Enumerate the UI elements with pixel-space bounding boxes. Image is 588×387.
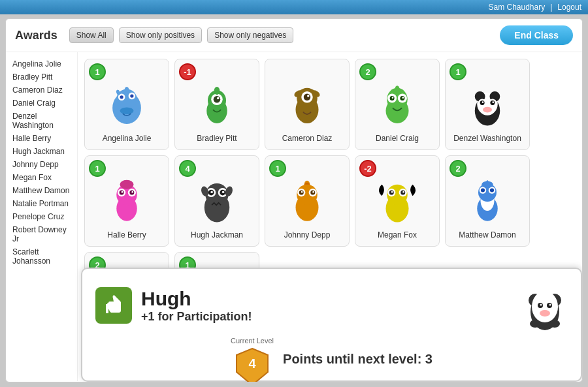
svg-point-29: [402, 97, 404, 99]
svg-point-115: [540, 304, 542, 306]
monster-avatar: [101, 176, 153, 228]
svg-point-118: [530, 320, 540, 328]
student-name: Hugh Jackman: [191, 230, 243, 241]
awards-title: Awards: [15, 29, 57, 42]
svg-point-67: [301, 191, 303, 193]
sidebar-item[interactable]: Scarlett Johansson: [12, 245, 71, 268]
notification-action: +1 for Participation!: [141, 310, 513, 324]
monster-avatar: [101, 79, 153, 131]
main-panel: Awards Show All Show only positives Show…: [5, 18, 583, 382]
svg-point-19: [307, 95, 310, 98]
student-card[interactable]: -1 Bradley Pitt: [174, 59, 259, 150]
svg-point-117: [540, 310, 550, 317]
filter-all-button[interactable]: Show All: [69, 27, 114, 43]
svg-point-110: [532, 291, 558, 322]
score-badge: 2: [359, 63, 376, 80]
score-badge: -2: [359, 160, 376, 177]
student-card[interactable]: -2 Megan Fox: [355, 155, 440, 247]
svg-point-41: [483, 107, 492, 113]
student-name: Cameron Diaz: [282, 134, 333, 144]
svg-point-48: [122, 191, 123, 193]
sidebar-item[interactable]: Johnny Depp: [12, 158, 71, 171]
separator: |: [550, 3, 552, 12]
svg-point-4: [120, 96, 123, 99]
svg-point-14: [214, 87, 220, 95]
student-card[interactable]: 1 Johnny Depp: [265, 155, 350, 247]
toolbar: Awards Show All Show only positives Show…: [6, 19, 582, 52]
notification-level-area: Current Level 4 Points until next level:…: [231, 337, 433, 381]
score-badge: 2: [449, 160, 466, 177]
student-name: Daniel Craig: [376, 134, 419, 144]
sidebar-item[interactable]: Megan Fox: [12, 171, 71, 184]
student-card[interactable]: 1 Denzel Washington: [445, 59, 530, 150]
student-card[interactable]: 2 Daniel Craig: [355, 59, 440, 150]
monster-avatar: [461, 176, 514, 228]
sidebar-item[interactable]: Natalie Portman: [12, 197, 71, 210]
end-class-button[interactable]: End Class: [500, 25, 573, 45]
score-badge: 1: [89, 160, 106, 177]
svg-point-40: [492, 102, 494, 104]
svg-point-76: [391, 191, 393, 193]
svg-point-58: [222, 191, 225, 194]
svg-point-13: [217, 97, 220, 100]
sidebar-item[interactable]: Penelope Cruz: [12, 210, 71, 223]
logout-link[interactable]: Logout: [557, 3, 581, 12]
svg-point-12: [214, 96, 221, 103]
monster-avatar: [281, 176, 333, 228]
score-badge: -1: [179, 63, 196, 80]
svg-point-77: [402, 191, 404, 193]
sidebar-item[interactable]: Cameron Diaz: [12, 84, 71, 97]
notification-student-name: Hugh: [141, 288, 513, 310]
svg-point-28: [392, 97, 394, 99]
svg-point-18: [304, 94, 311, 101]
score-badge: 1: [449, 63, 466, 80]
current-level-label: Current Level: [231, 337, 274, 345]
svg-point-7: [125, 87, 129, 94]
svg-point-119: [549, 320, 560, 328]
monster-avatar: [461, 79, 514, 131]
username: Sam Chaudhary: [488, 3, 545, 12]
student-card[interactable]: 2 Matthew Damon: [445, 155, 530, 247]
sidebar-item[interactable]: Angelina Jolie: [12, 57, 71, 70]
sidebar-item[interactable]: Hugh Jackman: [12, 145, 71, 158]
monster-avatar: [191, 176, 243, 228]
student-card[interactable]: Cameron Diaz: [265, 59, 350, 150]
sidebar-item[interactable]: Robert Downey Jr: [12, 223, 71, 245]
top-bar: Sam Chaudhary | Logout: [0, 0, 588, 14]
svg-point-84: [490, 189, 494, 193]
monster-avatar: [281, 79, 333, 131]
score-badge: 1: [269, 160, 286, 177]
sidebar-item[interactable]: Bradley Pitt: [12, 70, 71, 84]
svg-point-6: [120, 108, 134, 115]
student-card[interactable]: 1 Halle Berry: [84, 155, 169, 247]
monster-avatar: [371, 176, 423, 228]
level-number: 4: [248, 356, 255, 371]
sidebar-item[interactable]: Halle Berry: [12, 132, 71, 145]
student-name: Denzel Washington: [453, 134, 521, 144]
svg-point-83: [481, 189, 485, 193]
student-name: Halle Berry: [107, 230, 146, 241]
filter-negative-button[interactable]: Show only negatives: [207, 27, 293, 43]
notification-inner: Hugh +1 for Participation!: [95, 279, 568, 332]
student-name: Johnny Depp: [284, 230, 331, 241]
level-label-area: Current Level 4: [231, 337, 274, 381]
sidebar-item[interactable]: Daniel Craig: [12, 97, 71, 110]
notification-text: Hugh +1 for Participation!: [141, 288, 513, 324]
svg-point-116: [549, 304, 551, 306]
student-card[interactable]: 1 Angelina Jolie: [84, 59, 169, 150]
svg-point-49: [131, 191, 133, 193]
score-badge: 1: [89, 63, 106, 80]
notification-monster: [522, 279, 568, 332]
score-badge: 4: [179, 160, 196, 177]
svg-point-30: [395, 86, 400, 93]
svg-point-39: [482, 102, 484, 104]
thumbs-up-icon: [95, 287, 132, 324]
student-name: Bradley Pitt: [197, 134, 237, 144]
student-card[interactable]: 4 Hugh Jackman: [174, 155, 259, 247]
student-name: Matthew Damon: [459, 230, 515, 241]
monster-avatar: [371, 79, 423, 131]
filter-positive-button[interactable]: Show only positives: [119, 27, 202, 43]
sidebar-item[interactable]: Matthew Damon: [12, 184, 71, 197]
sidebar-item[interactable]: Denzel Washington: [12, 110, 71, 132]
svg-point-57: [210, 191, 213, 194]
